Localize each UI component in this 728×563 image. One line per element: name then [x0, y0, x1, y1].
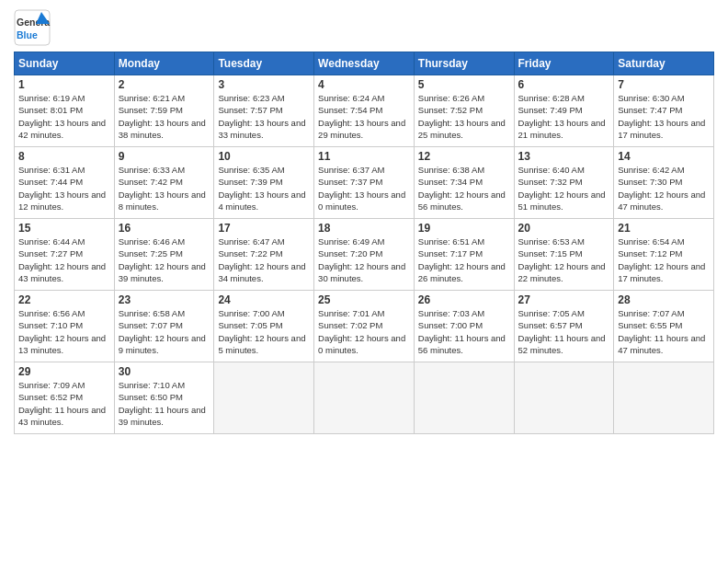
calendar-cell: 19 Sunrise: 6:51 AM Sunset: 7:17 PM Dayl…: [414, 219, 514, 291]
day-info: Sunrise: 6:24 AM Sunset: 7:54 PM Dayligh…: [318, 92, 410, 141]
day-info: Sunrise: 6:44 AM Sunset: 7:27 PM Dayligh…: [18, 236, 110, 284]
day-number: 25: [318, 293, 410, 306]
sunrise: Sunrise: 7:07 AM: [618, 308, 684, 318]
day-info: Sunrise: 7:10 AM Sunset: 6:50 PM Dayligh…: [119, 379, 210, 428]
calendar-cell: 4 Sunrise: 6:24 AM Sunset: 7:54 PM Dayli…: [314, 75, 415, 147]
daylight-label: Daylight: 12 hours and 13 minutes.: [18, 333, 106, 355]
day-number: 2: [119, 78, 210, 91]
day-info: Sunrise: 6:51 AM Sunset: 7:17 PM Dayligh…: [418, 236, 510, 284]
daylight-label: Daylight: 12 hours and 22 minutes.: [518, 261, 606, 283]
day-number: 12: [418, 150, 510, 163]
daylight-label: Daylight: 12 hours and 17 minutes.: [618, 261, 705, 283]
calendar-cell: [314, 362, 415, 434]
day-number: 4: [318, 78, 410, 91]
calendar-cell: 21 Sunrise: 6:54 AM Sunset: 7:12 PM Dayl…: [614, 219, 714, 291]
sunrise: Sunrise: 6:23 AM: [218, 93, 284, 103]
svg-text:Blue: Blue: [17, 29, 38, 40]
weekday-header: Monday: [114, 52, 214, 75]
day-info: Sunrise: 6:49 AM Sunset: 7:20 PM Dayligh…: [318, 236, 410, 284]
weekday-header: Thursday: [414, 52, 514, 75]
day-number: 3: [218, 78, 310, 91]
calendar-cell: 5 Sunrise: 6:26 AM Sunset: 7:52 PM Dayli…: [414, 75, 514, 147]
calendar-cell: [214, 362, 314, 434]
sunrise: Sunrise: 6:53 AM: [518, 236, 585, 247]
calendar-cell: 8 Sunrise: 6:31 AM Sunset: 7:44 PM Dayli…: [15, 147, 115, 219]
day-number: 22: [18, 293, 110, 306]
sunset: Sunset: 6:52 PM: [18, 392, 83, 402]
daylight-label: Daylight: 11 hours and 43 minutes.: [18, 405, 106, 427]
sunset: Sunset: 6:50 PM: [119, 392, 183, 402]
sunset: Sunset: 7:44 PM: [18, 177, 83, 187]
day-number: 19: [418, 222, 510, 235]
day-info: Sunrise: 6:38 AM Sunset: 7:34 PM Dayligh…: [418, 164, 510, 213]
day-number: 7: [618, 78, 710, 91]
day-number: 9: [119, 150, 210, 163]
sunrise: Sunrise: 6:37 AM: [318, 165, 384, 175]
day-number: 10: [218, 150, 310, 163]
sunrise: Sunrise: 6:42 AM: [618, 165, 684, 175]
daylight-label: Daylight: 12 hours and 56 minutes.: [418, 190, 506, 212]
day-number: 29: [18, 365, 110, 378]
sunset: Sunset: 7:57 PM: [218, 105, 282, 115]
daylight-label: Daylight: 11 hours and 56 minutes.: [418, 333, 506, 355]
sunrise: Sunrise: 6:24 AM: [318, 93, 384, 103]
day-number: 14: [618, 150, 710, 163]
sunset: Sunset: 7:05 PM: [218, 320, 282, 330]
calendar-cell: 1 Sunrise: 6:19 AM Sunset: 8:01 PM Dayli…: [15, 75, 115, 147]
sunrise: Sunrise: 6:47 AM: [218, 236, 284, 247]
sunrise: Sunrise: 6:26 AM: [418, 93, 484, 103]
daylight-label: Daylight: 12 hours and 9 minutes.: [119, 333, 206, 355]
daylight-label: Daylight: 12 hours and 30 minutes.: [318, 261, 405, 283]
day-number: 28: [618, 293, 710, 306]
day-info: Sunrise: 6:42 AM Sunset: 7:30 PM Dayligh…: [618, 164, 710, 213]
calendar-cell: 17 Sunrise: 6:47 AM Sunset: 7:22 PM Dayl…: [214, 219, 314, 291]
sunrise: Sunrise: 6:49 AM: [318, 236, 384, 247]
day-info: Sunrise: 6:31 AM Sunset: 7:44 PM Dayligh…: [18, 164, 110, 213]
sunset: Sunset: 7:17 PM: [418, 248, 483, 259]
day-number: 26: [418, 293, 510, 306]
daylight-label: Daylight: 13 hours and 4 minutes.: [218, 190, 305, 212]
daylight-label: Daylight: 12 hours and 51 minutes.: [518, 190, 606, 212]
sunset: Sunset: 7:15 PM: [518, 248, 583, 259]
sunrise: Sunrise: 6:28 AM: [518, 93, 585, 103]
sunset: Sunset: 7:52 PM: [418, 105, 483, 115]
sunrise: Sunrise: 6:35 AM: [218, 165, 284, 175]
sunset: Sunset: 6:55 PM: [618, 320, 682, 330]
daylight-label: Daylight: 12 hours and 43 minutes.: [18, 261, 106, 283]
calendar-cell: 14 Sunrise: 6:42 AM Sunset: 7:30 PM Dayl…: [614, 147, 714, 219]
sunrise: Sunrise: 6:40 AM: [518, 165, 585, 175]
daylight-label: Daylight: 13 hours and 25 minutes.: [418, 118, 506, 140]
sunset: Sunset: 7:39 PM: [218, 177, 282, 187]
sunrise: Sunrise: 7:10 AM: [119, 380, 185, 390]
day-info: Sunrise: 6:54 AM Sunset: 7:12 PM Dayligh…: [618, 236, 710, 284]
sunrise: Sunrise: 7:01 AM: [318, 308, 384, 318]
day-info: Sunrise: 6:19 AM Sunset: 8:01 PM Dayligh…: [18, 92, 110, 141]
calendar-cell: 23 Sunrise: 6:58 AM Sunset: 7:07 PM Dayl…: [114, 291, 214, 362]
calendar-cell: 10 Sunrise: 6:35 AM Sunset: 7:39 PM Dayl…: [214, 147, 314, 219]
day-info: Sunrise: 6:26 AM Sunset: 7:52 PM Dayligh…: [418, 92, 510, 141]
day-info: Sunrise: 6:58 AM Sunset: 7:07 PM Dayligh…: [119, 307, 210, 356]
calendar-cell: 16 Sunrise: 6:46 AM Sunset: 7:25 PM Dayl…: [114, 219, 214, 291]
sunset: Sunset: 8:01 PM: [18, 105, 83, 115]
day-number: 16: [119, 222, 210, 235]
day-info: Sunrise: 7:00 AM Sunset: 7:05 PM Dayligh…: [218, 307, 310, 356]
daylight-label: Daylight: 13 hours and 38 minutes.: [119, 118, 206, 140]
sunset: Sunset: 7:59 PM: [119, 105, 183, 115]
daylight-label: Daylight: 12 hours and 47 minutes.: [618, 190, 705, 212]
sunset: Sunset: 7:42 PM: [119, 177, 183, 187]
daylight-label: Daylight: 13 hours and 21 minutes.: [518, 118, 606, 140]
sunset: Sunset: 7:34 PM: [418, 177, 483, 187]
day-info: Sunrise: 7:01 AM Sunset: 7:02 PM Dayligh…: [318, 307, 410, 356]
calendar-cell: 28 Sunrise: 7:07 AM Sunset: 6:55 PM Dayl…: [614, 291, 714, 362]
calendar-cell: 7 Sunrise: 6:30 AM Sunset: 7:47 PM Dayli…: [614, 75, 714, 147]
weekday-header: Saturday: [614, 52, 714, 75]
logo: General Blue: [14, 9, 51, 46]
sunrise: Sunrise: 6:31 AM: [18, 165, 85, 175]
day-number: 5: [418, 78, 510, 91]
day-number: 18: [318, 222, 410, 235]
daylight-label: Daylight: 12 hours and 34 minutes.: [218, 261, 305, 283]
sunrise: Sunrise: 7:00 AM: [218, 308, 284, 318]
day-info: Sunrise: 6:33 AM Sunset: 7:42 PM Dayligh…: [119, 164, 210, 213]
calendar-cell: 27 Sunrise: 7:05 AM Sunset: 6:57 PM Dayl…: [514, 291, 614, 362]
calendar-cell: 25 Sunrise: 7:01 AM Sunset: 7:02 PM Dayl…: [314, 291, 415, 362]
